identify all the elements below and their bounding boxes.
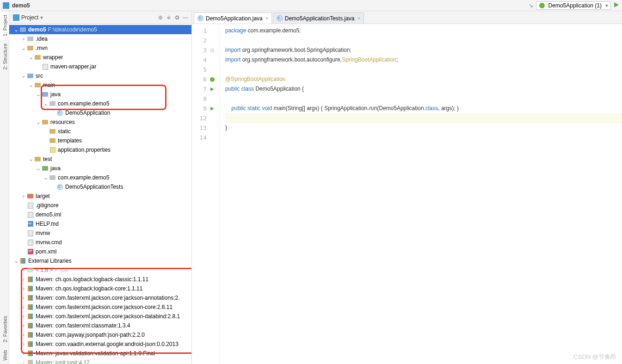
tree-twisty[interactable]: ›: [20, 359, 27, 364]
project-tree[interactable]: ⌄demo5F:\idea\code\demo5›.idea⌄.mvn⌄wrap…: [9, 24, 191, 364]
tree-node[interactable]: ⌄com.example.demo5: [9, 173, 191, 182]
tree-node[interactable]: ⌄demo5F:\idea\code\demo5: [9, 25, 191, 34]
tree-twisty[interactable]: ⌄: [43, 100, 49, 107]
tree-twisty[interactable]: ⌄: [35, 91, 42, 98]
tree-node[interactable]: static: [9, 127, 191, 136]
tree-node[interactable]: ⌄com.example.demo5: [9, 99, 191, 108]
side-tab-web[interactable]: Web: [0, 346, 9, 364]
tree-node[interactable]: HELP.md: [9, 219, 191, 228]
tree-node[interactable]: ⌄External Libraries: [9, 256, 191, 265]
tree-twisty[interactable]: ⌄: [13, 26, 19, 33]
tree-node[interactable]: ›Maven: com.fasterxml.jackson.core:jacks…: [9, 302, 191, 312]
tree-node[interactable]: ›Maven: com.fasterxml:classmate:1.3.4: [9, 321, 191, 330]
editor-tab[interactable]: Demo5Application.java×: [194, 12, 272, 24]
side-tab-project[interactable]: 1: Project: [0, 11, 9, 40]
code-line[interactable]: import org.springframework.boot.SpringAp…: [225, 45, 622, 55]
tree-node[interactable]: ⌄test: [9, 154, 191, 164]
tree-node[interactable]: pom.xml: [9, 247, 191, 256]
tree-node[interactable]: ⌄java: [9, 90, 191, 99]
code-line[interactable]: package com.example.demo5;: [225, 26, 622, 36]
tree-node[interactable]: application.properties: [9, 145, 191, 154]
tree-twisty[interactable]: ⌄: [43, 174, 49, 181]
tree-twisty[interactable]: ⌄: [20, 73, 27, 79]
tree-node[interactable]: demo5.iml: [9, 210, 191, 219]
side-tab-favorites[interactable]: 2: Favorites: [0, 312, 9, 346]
code-line[interactable]: [225, 36, 622, 45]
build-icon[interactable]: ↘: [529, 2, 533, 9]
tree-node[interactable]: ›.idea: [9, 34, 191, 43]
tree-node[interactable]: Demo5ApplicationTests: [9, 182, 191, 191]
tree-node[interactable]: ›Maven: com.vaadin.external.google:andro…: [9, 339, 191, 349]
editor-tab[interactable]: Demo5ApplicationTests.java×: [273, 12, 364, 24]
tree-node[interactable]: ›Maven: com.fasterxml.jackson.core:jacks…: [9, 293, 191, 302]
tree-node[interactable]: ›target: [9, 191, 191, 201]
tree-node[interactable]: ›Maven: junit:junit:4.12: [9, 358, 191, 364]
hide-icon[interactable]: —: [181, 13, 190, 22]
tree-twisty[interactable]: ›: [20, 322, 27, 329]
run-config-selector[interactable]: Demo5Application (1): [536, 1, 610, 10]
tree-twisty[interactable]: ›: [20, 332, 27, 338]
collapse-icon[interactable]: ≑: [165, 13, 173, 22]
tree-twisty[interactable]: ›: [20, 193, 27, 199]
tree-node[interactable]: ⌄wrapper: [9, 53, 191, 62]
tree-label: demo5: [28, 26, 46, 33]
tree-label: Maven: com.fasterxml.jackson.core:jackso…: [36, 295, 179, 301]
code-line[interactable]: [225, 133, 622, 142]
tree-node[interactable]: maven-wrapper.jar: [9, 62, 191, 71]
tree-node[interactable]: ⌄java: [9, 164, 191, 173]
line-number: 7: [192, 86, 207, 93]
code-line[interactable]: import org.springframework.boot.autoconf…: [225, 55, 622, 65]
tree-twisty[interactable]: ⌄: [35, 165, 42, 172]
editor-code[interactable]: package com.example.demo5; import org.sp…: [220, 24, 622, 364]
tree-node[interactable]: ⌄main: [9, 80, 191, 90]
tree-node[interactable]: ⌄resources: [9, 117, 191, 127]
tree-twisty[interactable]: ⌄: [13, 258, 19, 264]
tree-twisty[interactable]: ⌄: [28, 54, 34, 61]
run-gutter-icon[interactable]: [207, 106, 218, 111]
settings-icon[interactable]: ✿: [173, 13, 181, 22]
tree-node[interactable]: ›Maven: com.fasterxml.jackson.core:jacks…: [9, 312, 191, 321]
tree-node[interactable]: ›Maven: ch.qos.logback:logback-classic:1…: [9, 275, 191, 284]
tree-twisty[interactable]: ⌄: [20, 45, 27, 51]
tree-twisty[interactable]: ›: [20, 36, 27, 42]
spring-gutter-icon[interactable]: [207, 77, 218, 82]
code-line[interactable]: @SpringBootApplication: [225, 74, 622, 84]
tree-node[interactable]: ⌄.mvn: [9, 43, 191, 53]
run-gutter-icon[interactable]: [207, 87, 218, 92]
tree-node[interactable]: ›< 1.8 >F:\jdk: [9, 265, 191, 275]
tree-node[interactable]: Demo5Application: [9, 108, 191, 117]
tree-node[interactable]: ›Maven: javax.validation:validation-api:…: [9, 349, 191, 358]
run-button[interactable]: [613, 2, 619, 9]
tree-twisty[interactable]: ›: [20, 350, 27, 357]
tree-twisty[interactable]: ›: [20, 276, 27, 283]
code-line[interactable]: [225, 94, 622, 104]
code-line[interactable]: [225, 113, 622, 123]
tree-twisty[interactable]: ›: [20, 295, 27, 301]
tree-twisty[interactable]: ›: [20, 267, 27, 273]
tree-twisty[interactable]: ›: [20, 341, 27, 347]
close-icon[interactable]: ×: [265, 15, 269, 22]
tree-node[interactable]: ›Maven: ch.qos.logback:logback-core:1.1.…: [9, 284, 191, 293]
tree-twisty[interactable]: ⌄: [28, 82, 34, 88]
tree-twisty[interactable]: ›: [20, 313, 27, 320]
tree-node[interactable]: mvnw: [9, 228, 191, 238]
side-tab-structure[interactable]: 2: Structure: [0, 40, 9, 74]
tree-node[interactable]: ›Maven: com.jayway.jsonpath:json-path:2.…: [9, 330, 191, 339]
fold-icon[interactable]: ⊖: [207, 47, 218, 54]
code-line[interactable]: public static void main(String[] args) {…: [225, 104, 622, 113]
tree-twisty[interactable]: ›: [20, 304, 27, 310]
tree-node[interactable]: templates: [9, 136, 191, 145]
locate-icon[interactable]: ⊕: [156, 13, 165, 22]
tree-twisty[interactable]: ⌄: [35, 119, 42, 125]
tree-node[interactable]: mvnw.cmd: [9, 238, 191, 247]
tree-twisty[interactable]: ›: [20, 285, 27, 292]
tree-node[interactable]: ⌄src: [9, 71, 191, 80]
code-line[interactable]: public class Demo5Application {: [225, 84, 622, 94]
editor-gutter[interactable]: 123⊖456789121314: [192, 24, 220, 364]
code-line[interactable]: }: [225, 123, 622, 133]
tree-twisty[interactable]: ⌄: [28, 156, 34, 162]
close-icon[interactable]: ×: [357, 15, 361, 22]
project-view-dropdown[interactable]: ▾: [40, 14, 43, 21]
code-line[interactable]: [225, 65, 622, 74]
tree-node[interactable]: .gitignore: [9, 201, 191, 210]
